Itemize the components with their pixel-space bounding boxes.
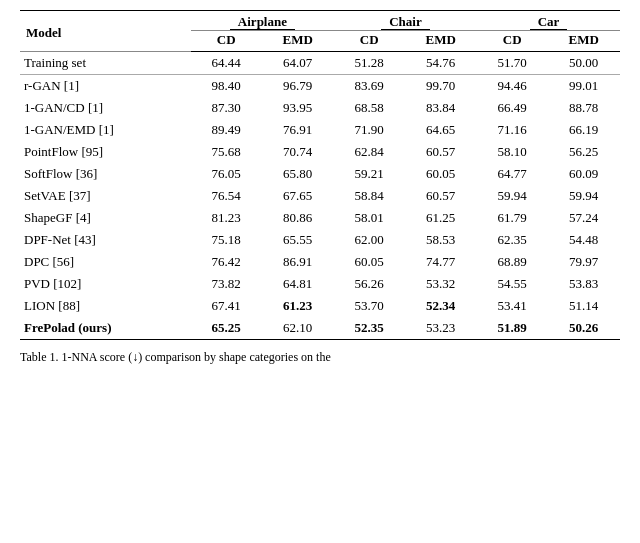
table-row: 1-GAN/EMD [1]89.4976.9171.9064.6571.1666…: [20, 119, 620, 141]
value-cell: 52.34: [404, 295, 476, 317]
value-cell: 98.40: [191, 75, 262, 98]
model-cell: 1-GAN/EMD [1]: [20, 119, 191, 141]
table-container: Model Airplane Chair Car CD EMD CD EMD C…: [20, 10, 620, 366]
value-cell: 68.58: [334, 97, 405, 119]
value-cell: 67.41: [191, 295, 262, 317]
value-cell: 73.82: [191, 273, 262, 295]
value-cell: 59.94: [477, 185, 548, 207]
value-cell: 60.57: [404, 185, 476, 207]
results-table: Model Airplane Chair Car CD EMD CD EMD C…: [20, 10, 620, 340]
table-row: 1-GAN/CD [1]87.3093.9568.5883.8466.4988.…: [20, 97, 620, 119]
value-cell: 53.32: [404, 273, 476, 295]
value-cell: 58.53: [404, 229, 476, 251]
value-cell: 75.68: [191, 141, 262, 163]
value-cell: 54.55: [477, 273, 548, 295]
model-cell: DPF-Net [43]: [20, 229, 191, 251]
value-cell: 65.25: [191, 317, 262, 340]
value-cell: 99.70: [404, 75, 476, 98]
table-row: SoftFlow [36]76.0565.8059.2160.0564.7760…: [20, 163, 620, 185]
value-cell: 59.21: [334, 163, 405, 185]
value-cell: 89.49: [191, 119, 262, 141]
value-cell: 83.69: [334, 75, 405, 98]
table-row: DPF-Net [43]75.1865.5562.0058.5362.3554.…: [20, 229, 620, 251]
value-cell: 52.35: [334, 317, 405, 340]
value-cell: 56.26: [334, 273, 405, 295]
model-cell: ShapeGF [4]: [20, 207, 191, 229]
value-cell: 66.49: [477, 97, 548, 119]
table-row: LION [88]67.4161.2353.7052.3453.4151.14: [20, 295, 620, 317]
model-cell: r-GAN [1]: [20, 75, 191, 98]
value-cell: 81.23: [191, 207, 262, 229]
model-cell: PVD [102]: [20, 273, 191, 295]
value-cell: 64.81: [261, 273, 333, 295]
chair-cd-header: CD: [334, 31, 405, 52]
table-row: FrePolad (ours)65.2562.1052.3553.2351.89…: [20, 317, 620, 340]
value-cell: 62.35: [477, 229, 548, 251]
value-cell: 58.10: [477, 141, 548, 163]
airplane-header: Airplane: [191, 11, 334, 31]
chair-header: Chair: [334, 11, 477, 31]
value-cell: 60.09: [547, 163, 620, 185]
model-cell: PointFlow [95]: [20, 141, 191, 163]
value-cell: 60.57: [404, 141, 476, 163]
value-cell: 70.74: [261, 141, 333, 163]
value-cell: 88.78: [547, 97, 620, 119]
value-cell: 58.01: [334, 207, 405, 229]
model-cell: 1-GAN/CD [1]: [20, 97, 191, 119]
value-cell: 76.05: [191, 163, 262, 185]
value-cell: 83.84: [404, 97, 476, 119]
value-cell: 58.84: [334, 185, 405, 207]
table-row: PointFlow [95]75.6870.7462.8460.5758.105…: [20, 141, 620, 163]
value-cell: 53.41: [477, 295, 548, 317]
airplane-emd-header: EMD: [261, 31, 333, 52]
value-cell: 67.65: [261, 185, 333, 207]
value-cell: 62.00: [334, 229, 405, 251]
value-cell: 53.23: [404, 317, 476, 340]
value-cell: 50.26: [547, 317, 620, 340]
model-cell: SoftFlow [36]: [20, 163, 191, 185]
value-cell: 79.97: [547, 251, 620, 273]
value-cell: 87.30: [191, 97, 262, 119]
table-row: PVD [102]73.8264.8156.2653.3254.5553.83: [20, 273, 620, 295]
car-emd-header: EMD: [547, 31, 620, 52]
value-cell: 51.89: [477, 317, 548, 340]
value-cell: 62.10: [261, 317, 333, 340]
value-cell: 54.76: [404, 52, 476, 75]
value-cell: 53.70: [334, 295, 405, 317]
value-cell: 56.25: [547, 141, 620, 163]
value-cell: 61.79: [477, 207, 548, 229]
value-cell: 53.83: [547, 273, 620, 295]
value-cell: 68.89: [477, 251, 548, 273]
group-header-row: Model Airplane Chair Car: [20, 11, 620, 31]
value-cell: 86.91: [261, 251, 333, 273]
table-caption: Table 1. 1-NNA score (↓) comparison by s…: [20, 348, 620, 366]
value-cell: 93.95: [261, 97, 333, 119]
model-cell: FrePolad (ours): [20, 317, 191, 340]
chair-emd-header: EMD: [404, 31, 476, 52]
value-cell: 64.77: [477, 163, 548, 185]
value-cell: 64.44: [191, 52, 262, 75]
value-cell: 76.91: [261, 119, 333, 141]
model-header: Model: [20, 11, 191, 52]
value-cell: 71.90: [334, 119, 405, 141]
airplane-cd-header: CD: [191, 31, 262, 52]
value-cell: 51.28: [334, 52, 405, 75]
value-cell: 50.00: [547, 52, 620, 75]
model-cell: LION [88]: [20, 295, 191, 317]
value-cell: 61.25: [404, 207, 476, 229]
value-cell: 54.48: [547, 229, 620, 251]
car-cd-header: CD: [477, 31, 548, 52]
value-cell: 59.94: [547, 185, 620, 207]
value-cell: 62.84: [334, 141, 405, 163]
car-header: Car: [477, 11, 620, 31]
value-cell: 65.55: [261, 229, 333, 251]
value-cell: 66.19: [547, 119, 620, 141]
value-cell: 80.86: [261, 207, 333, 229]
value-cell: 60.05: [334, 251, 405, 273]
model-cell: DPC [56]: [20, 251, 191, 273]
value-cell: 51.14: [547, 295, 620, 317]
value-cell: 76.54: [191, 185, 262, 207]
value-cell: 51.70: [477, 52, 548, 75]
model-cell: Training set: [20, 52, 191, 75]
model-cell: SetVAE [37]: [20, 185, 191, 207]
